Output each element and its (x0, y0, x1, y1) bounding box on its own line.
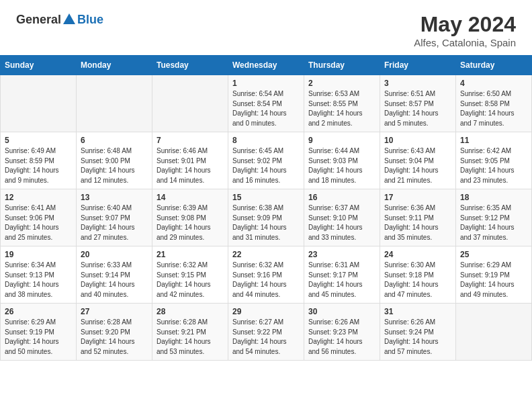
day-number: 16 (308, 193, 375, 202)
month-year-title: May 2024 (414, 12, 516, 37)
cell-info: Sunrise: 6:32 AMSunset: 9:16 PMDaylight:… (232, 261, 300, 300)
calendar-cell: 27Sunrise: 6:28 AMSunset: 9:20 PMDayligh… (77, 304, 152, 361)
svg-marker-0 (63, 13, 75, 24)
day-number: 8 (232, 136, 300, 145)
day-number: 23 (308, 250, 375, 259)
calendar-cell: 17Sunrise: 6:36 AMSunset: 9:11 PMDayligh… (380, 189, 456, 246)
calendar-cell: 2Sunrise: 6:53 AMSunset: 8:55 PMDaylight… (304, 75, 380, 132)
cell-info: Sunrise: 6:43 AMSunset: 9:04 PMDaylight:… (384, 146, 451, 185)
calendar-cell: 25Sunrise: 6:29 AMSunset: 9:19 PMDayligh… (456, 246, 532, 304)
col-header-tuesday: Tuesday (152, 56, 228, 75)
day-number: 12 (5, 193, 72, 202)
cell-info: Sunrise: 6:27 AMSunset: 9:22 PMDaylight:… (232, 318, 300, 357)
day-number: 3 (384, 79, 451, 88)
calendar-cell: 1Sunrise: 6:54 AMSunset: 8:54 PMDaylight… (228, 75, 304, 132)
col-header-wednesday: Wednesday (228, 56, 304, 75)
col-header-sunday: Sunday (1, 56, 77, 75)
col-header-friday: Friday (380, 56, 456, 75)
cell-info: Sunrise: 6:49 AMSunset: 8:59 PMDaylight:… (5, 146, 72, 185)
day-number: 2 (308, 79, 375, 88)
calendar-cell: 18Sunrise: 6:35 AMSunset: 9:12 PMDayligh… (456, 189, 532, 246)
calendar-cell: 12Sunrise: 6:41 AMSunset: 9:06 PMDayligh… (1, 189, 77, 246)
calendar-cell: 8Sunrise: 6:45 AMSunset: 9:02 PMDaylight… (228, 132, 304, 189)
cell-info: Sunrise: 6:35 AMSunset: 9:12 PMDaylight:… (460, 203, 527, 242)
calendar-cell: 3Sunrise: 6:51 AMSunset: 8:57 PMDaylight… (380, 75, 456, 132)
calendar-cell: 4Sunrise: 6:50 AMSunset: 8:58 PMDaylight… (456, 75, 532, 132)
calendar-cell: 29Sunrise: 6:27 AMSunset: 9:22 PMDayligh… (228, 304, 304, 361)
cell-info: Sunrise: 6:39 AMSunset: 9:08 PMDaylight:… (157, 203, 224, 242)
calendar-week-3: 12Sunrise: 6:41 AMSunset: 9:06 PMDayligh… (1, 189, 532, 246)
cell-info: Sunrise: 6:45 AMSunset: 9:02 PMDaylight:… (232, 146, 300, 185)
day-number: 14 (157, 193, 224, 202)
day-number: 13 (81, 193, 148, 202)
calendar-cell (456, 304, 532, 361)
cell-info: Sunrise: 6:31 AMSunset: 9:17 PMDaylight:… (308, 261, 375, 300)
calendar-cell: 6Sunrise: 6:48 AMSunset: 9:00 PMDaylight… (77, 132, 152, 189)
calendar-cell: 23Sunrise: 6:31 AMSunset: 9:17 PMDayligh… (304, 246, 380, 304)
calendar-week-4: 19Sunrise: 6:34 AMSunset: 9:13 PMDayligh… (1, 246, 532, 304)
cell-info: Sunrise: 6:29 AMSunset: 9:19 PMDaylight:… (460, 261, 527, 300)
cell-info: Sunrise: 6:53 AMSunset: 8:55 PMDaylight:… (308, 89, 375, 128)
cell-info: Sunrise: 6:48 AMSunset: 9:00 PMDaylight:… (81, 146, 148, 185)
logo-general-text: General (16, 13, 61, 27)
cell-info: Sunrise: 6:26 AMSunset: 9:24 PMDaylight:… (384, 318, 451, 357)
day-number: 7 (157, 136, 224, 145)
day-number: 17 (384, 193, 451, 202)
cell-info: Sunrise: 6:36 AMSunset: 9:11 PMDaylight:… (384, 203, 451, 242)
calendar-cell: 26Sunrise: 6:29 AMSunset: 9:19 PMDayligh… (1, 304, 77, 361)
calendar-cell: 5Sunrise: 6:49 AMSunset: 8:59 PMDaylight… (1, 132, 77, 189)
calendar-cell: 28Sunrise: 6:28 AMSunset: 9:21 PMDayligh… (152, 304, 228, 361)
day-number: 31 (384, 307, 451, 316)
cell-info: Sunrise: 6:50 AMSunset: 8:58 PMDaylight:… (460, 89, 527, 128)
calendar-cell: 14Sunrise: 6:39 AMSunset: 9:08 PMDayligh… (152, 189, 228, 246)
day-number: 20 (81, 250, 148, 259)
calendar-cell: 11Sunrise: 6:42 AMSunset: 9:05 PMDayligh… (456, 132, 532, 189)
cell-info: Sunrise: 6:54 AMSunset: 8:54 PMDaylight:… (232, 89, 300, 128)
calendar-week-1: 1Sunrise: 6:54 AMSunset: 8:54 PMDaylight… (1, 75, 532, 132)
logo-icon (62, 12, 77, 27)
col-header-saturday: Saturday (456, 56, 532, 75)
calendar-week-5: 26Sunrise: 6:29 AMSunset: 9:19 PMDayligh… (1, 304, 532, 361)
title-block: May 2024 Alfes, Catalonia, Spain (414, 12, 516, 48)
logo-blue-text: Blue (77, 13, 103, 27)
day-number: 1 (232, 79, 300, 88)
calendar-cell: 15Sunrise: 6:38 AMSunset: 9:09 PMDayligh… (228, 189, 304, 246)
cell-info: Sunrise: 6:44 AMSunset: 9:03 PMDaylight:… (308, 146, 375, 185)
day-number: 4 (460, 79, 527, 88)
day-number: 9 (308, 136, 375, 145)
page-header: General Blue May 2024 Alfes, Catalonia, … (0, 0, 532, 55)
calendar-cell: 20Sunrise: 6:33 AMSunset: 9:14 PMDayligh… (77, 246, 152, 304)
calendar-cell: 24Sunrise: 6:30 AMSunset: 9:18 PMDayligh… (380, 246, 456, 304)
day-number: 24 (384, 250, 451, 259)
day-number: 30 (308, 307, 375, 316)
calendar-cell: 30Sunrise: 6:26 AMSunset: 9:23 PMDayligh… (304, 304, 380, 361)
cell-info: Sunrise: 6:51 AMSunset: 8:57 PMDaylight:… (384, 89, 451, 128)
calendar-cell: 7Sunrise: 6:46 AMSunset: 9:01 PMDaylight… (152, 132, 228, 189)
day-number: 28 (157, 307, 224, 316)
col-header-monday: Monday (77, 56, 152, 75)
cell-info: Sunrise: 6:29 AMSunset: 9:19 PMDaylight:… (5, 318, 72, 357)
day-number: 6 (81, 136, 148, 145)
day-number: 26 (5, 307, 72, 316)
logo: General Blue (16, 12, 103, 27)
cell-info: Sunrise: 6:28 AMSunset: 9:20 PMDaylight:… (81, 318, 148, 357)
calendar-cell: 10Sunrise: 6:43 AMSunset: 9:04 PMDayligh… (380, 132, 456, 189)
calendar-cell (152, 75, 228, 132)
location-subtitle: Alfes, Catalonia, Spain (414, 37, 516, 48)
day-number: 22 (232, 250, 300, 259)
cell-info: Sunrise: 6:46 AMSunset: 9:01 PMDaylight:… (157, 146, 224, 185)
calendar-cell: 13Sunrise: 6:40 AMSunset: 9:07 PMDayligh… (77, 189, 152, 246)
calendar-cell: 19Sunrise: 6:34 AMSunset: 9:13 PMDayligh… (1, 246, 77, 304)
calendar-header-row: SundayMondayTuesdayWednesdayThursdayFrid… (1, 56, 532, 75)
calendar-cell: 16Sunrise: 6:37 AMSunset: 9:10 PMDayligh… (304, 189, 380, 246)
calendar-cell (1, 75, 77, 132)
col-header-thursday: Thursday (304, 56, 380, 75)
day-number: 15 (232, 193, 300, 202)
cell-info: Sunrise: 6:40 AMSunset: 9:07 PMDaylight:… (81, 203, 148, 242)
calendar-cell: 31Sunrise: 6:26 AMSunset: 9:24 PMDayligh… (380, 304, 456, 361)
day-number: 29 (232, 307, 300, 316)
cell-info: Sunrise: 6:34 AMSunset: 9:13 PMDaylight:… (5, 261, 72, 300)
calendar-cell (77, 75, 152, 132)
cell-info: Sunrise: 6:37 AMSunset: 9:10 PMDaylight:… (308, 203, 375, 242)
calendar-cell: 21Sunrise: 6:32 AMSunset: 9:15 PMDayligh… (152, 246, 228, 304)
